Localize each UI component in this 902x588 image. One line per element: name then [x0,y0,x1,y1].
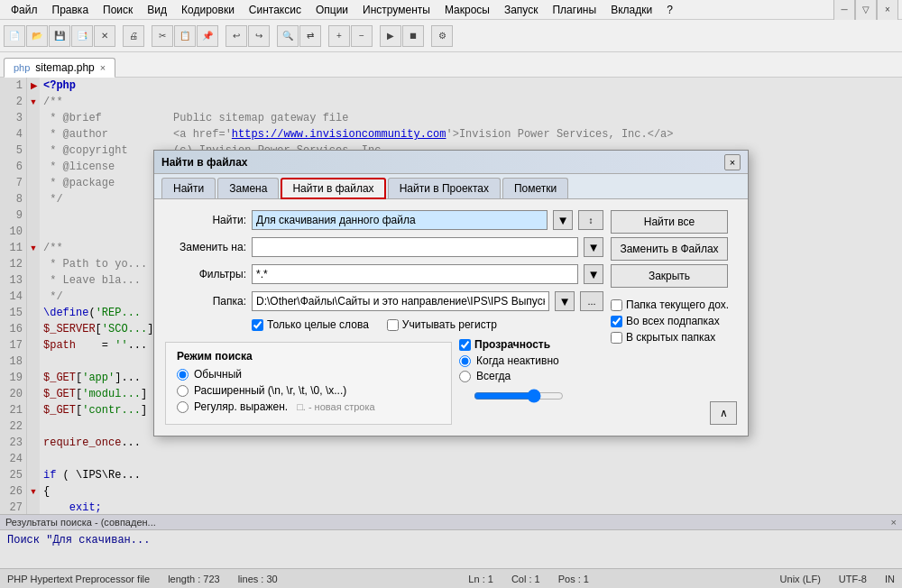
find-all-button[interactable]: Найти все [611,210,728,234]
bottom-section: Режим поиска Обычный Расширенный (\n, \r… [165,338,603,425]
find-input[interactable] [252,210,548,230]
tab-bar: php sitemap.php × [0,52,902,78]
replace-label: Заменить на: [165,241,246,253]
dialog-form-area: Найти: ▼ ↕ Заменить на: ▼ [165,210,737,425]
dialog-tab-replace[interactable]: Замена [217,178,279,198]
mode-normal[interactable]: Обычный [177,368,440,381]
find-row: Найти: ▼ ↕ [165,210,603,230]
toolbar-settings[interactable]: ⚙ [431,25,453,47]
toolbar-replace[interactable]: ⇄ [299,25,321,47]
menu-view[interactable]: Вид [140,2,174,18]
toolbar: 📄 📂 💾 📑 ✕ 🖨 ✂ 📋 📌 ↩ ↪ 🔍 ⇄ + − ▶ ⏹ ⚙ [0,20,902,52]
transparency-slider[interactable] [474,389,564,403]
mode-regex[interactable]: Регуляр. выражен. □. - новая строка [177,400,440,413]
menu-help[interactable]: ? [659,2,680,18]
toolbar-run[interactable]: ▶ [380,25,401,47]
whole-words-checkbox[interactable]: Только целые слова [252,318,369,331]
menu-tabs[interactable]: Вкладки [603,2,659,18]
menu-bar: Файл Правка Поиск Вид Кодировки Синтакси… [0,0,902,20]
toolbar-open[interactable]: 📂 [26,25,48,47]
folder-browse-btn[interactable]: ... [580,291,603,311]
find-label: Найти: [165,214,246,226]
mode-regex-hint: □. - новая строка [297,401,374,412]
filters-row: Фильтры: ▼ [165,264,603,284]
menu-syntax[interactable]: Синтаксис [242,2,308,18]
find-in-files-dialog: Найти в файлах × Найти Замена Найти в фа… [153,150,749,436]
menu-file[interactable]: Файл [4,2,45,18]
dialog-tab-find[interactable]: Найти [161,178,216,198]
editor-container: 1 ▶ <?php 2 ▼ /** 3 * @brief Public site… [0,78,902,588]
dialog-titlebar: Найти в файлах × [154,151,748,174]
toolbar-new[interactable]: 📄 [4,25,25,47]
menu-plugins[interactable]: Плагины [545,2,603,18]
toolbar-print[interactable]: 🖨 [123,25,144,47]
folder-input[interactable] [252,291,549,311]
toolbar-stop[interactable]: ⏹ [402,25,424,47]
search-mode-box: Режим поиска Обычный Расширенный (\n, \r… [165,342,452,425]
checkboxes-area: Только целые слова Учитывать регистр [165,318,603,331]
window-maximize[interactable]: ▽ [855,0,877,21]
dialog-left-form: Найти: ▼ ↕ Заменить на: ▼ [165,210,603,425]
trans-when-inactive[interactable]: Когда неактивно [459,354,603,367]
toolbar-zoom-out[interactable]: − [351,25,373,47]
menu-search[interactable]: Поиск [96,2,140,18]
filters-input[interactable] [252,264,578,284]
toolbar-save-all[interactable]: 📑 [71,25,93,47]
dialog-close-button[interactable]: × [724,154,741,170]
tab-filename: sitemap.php [35,61,94,74]
folder-label: Папка: [165,295,246,308]
find-dropdown-btn[interactable]: ▼ [553,210,573,230]
dialog-overlay: Найти в файлах × Найти Замена Найти в фа… [0,78,902,588]
find-sort-btn[interactable]: ↕ [578,210,603,230]
transparency-title: Прозрачность [459,338,603,351]
all-subfolders-checkbox[interactable]: Во всех подпапках [611,315,737,327]
filters-label: Фильтры: [165,268,246,280]
menu-edit[interactable]: Правка [45,2,97,18]
filters-dropdown-btn[interactable]: ▼ [584,264,603,284]
toolbar-save[interactable]: 💾 [49,25,70,47]
toolbar-redo[interactable]: ↪ [248,25,270,47]
toolbar-close[interactable]: ✕ [94,25,115,47]
toolbar-undo[interactable]: ↩ [226,25,247,47]
scroll-up-button[interactable]: ∧ [710,401,737,425]
toolbar-paste[interactable]: 📌 [197,25,218,47]
transparency-slider-container [459,385,603,406]
menu-encoding[interactable]: Кодировки [174,2,242,18]
right-spacer [611,351,737,398]
menu-macros[interactable]: Макросы [437,2,497,18]
trans-always[interactable]: Всегда [459,370,603,382]
transparency-checkbox[interactable] [459,339,471,351]
dialog-tab-find-in-files[interactable]: Найти в файлах [281,178,385,199]
folder-row: Папка: ▼ ... [165,291,603,311]
window-minimize[interactable]: ─ [833,0,855,21]
search-mode-title: Режим поиска [177,350,440,363]
toolbar-find[interactable]: 🔍 [277,25,299,47]
tab-icon: php [14,62,30,73]
main-layout: Файл Правка Поиск Вид Кодировки Синтакси… [0,0,902,588]
menu-tools[interactable]: Инструменты [355,2,437,18]
match-case-checkbox[interactable]: Учитывать регистр [387,318,497,331]
mode-regex-label: Регуляр. выражен. [194,400,288,413]
replace-input[interactable] [252,237,578,257]
window-close[interactable]: × [877,0,898,21]
dialog-tab-marks[interactable]: Пометки [502,178,568,198]
current-folder-checkbox[interactable]: Папка текущего дох. [611,299,737,311]
close-dialog-button[interactable]: Закрыть [611,264,728,288]
dialog-body: Найти: ▼ ↕ Заменить на: ▼ [154,199,748,436]
folder-dropdown-btn[interactable]: ▼ [555,291,575,311]
mode-extended[interactable]: Расширенный (\n, \r, \t, \0, \x...) [177,384,440,397]
dialog-title: Найти в файлах [161,156,248,169]
dialog-right-panel: Найти все Заменить в Файлах Закрыть Папк… [611,210,737,425]
dialog-tab-find-in-projects[interactable]: Найти в Проектах [388,178,501,198]
replace-dropdown-btn[interactable]: ▼ [584,237,603,257]
hidden-folders-checkbox[interactable]: В скрытых папках [611,331,737,344]
menu-options[interactable]: Опции [308,2,355,18]
toolbar-zoom-in[interactable]: + [328,25,350,47]
toolbar-cut[interactable]: ✂ [152,25,173,47]
menu-run[interactable]: Запуск [497,2,546,18]
tab-sitemap[interactable]: php sitemap.php × [4,58,115,78]
replace-in-files-button[interactable]: Заменить в Файлах [611,237,728,261]
dialog-tabs: Найти Замена Найти в файлах Найти в Прое… [154,174,748,199]
toolbar-copy[interactable]: 📋 [174,25,196,47]
tab-close-btn[interactable]: × [100,62,106,73]
